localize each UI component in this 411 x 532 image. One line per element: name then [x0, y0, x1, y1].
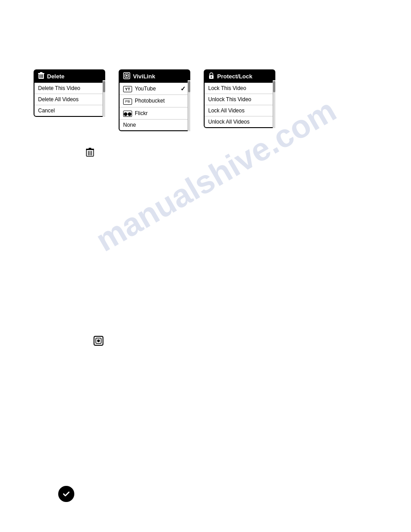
page: manualshive.com De — [0, 0, 411, 532]
delete-menu-scroll-thumb — [103, 81, 105, 92]
none-item[interactable]: None — [120, 120, 189, 130]
flickr-label: Flickr — [135, 110, 148, 116]
cancel-item[interactable]: Cancel — [34, 105, 104, 116]
protect-menu-title: Protect/Lock — [217, 73, 253, 80]
svg-point-8 — [126, 75, 128, 77]
none-label: None — [123, 122, 136, 128]
vivilink-menu: ViviLink YT YouTube ✓ PB — [119, 69, 190, 131]
delete-all-videos-label: Delete All Videos — [38, 96, 79, 103]
youtube-item[interactable]: YT YouTube ✓ — [120, 83, 189, 95]
delete-menu-scrollbar[interactable] — [103, 80, 105, 117]
delete-menu-title: Delete — [47, 73, 64, 80]
delete-menu-header: Delete — [34, 70, 104, 83]
standalone-vivilink-icon — [94, 336, 103, 348]
check-circle — [58, 486, 74, 502]
trash-icon — [38, 72, 44, 81]
delete-this-video-label: Delete This Video — [38, 85, 80, 91]
svg-rect-2 — [40, 72, 43, 73]
delete-menu: Delete Delete This Video Delete All Vide… — [34, 69, 105, 117]
delete-this-video-item[interactable]: Delete This Video — [34, 83, 104, 94]
lock-all-videos-label: Lock All Videos — [208, 107, 244, 114]
cancel-label: Cancel — [38, 107, 55, 114]
menus-container: Delete Delete This Video Delete All Vide… — [34, 69, 275, 131]
protect-menu-scroll-thumb — [273, 81, 275, 92]
vivilink-icon — [123, 72, 130, 81]
unlock-all-videos-item[interactable]: Unlock All Videos — [205, 116, 274, 127]
lock-all-videos-item[interactable]: Lock All Videos — [205, 105, 274, 116]
protect-menu-scrollbar[interactable] — [273, 80, 275, 128]
protect-menu: Protect/Lock Lock This Video Unlock This… — [204, 69, 275, 128]
svg-rect-1 — [38, 73, 44, 74]
protect-menu-header: Protect/Lock — [205, 70, 274, 83]
vivilink-menu-scroll-thumb — [188, 81, 190, 92]
vivilink-menu-wrapper: ViviLink YT YouTube ✓ PB — [119, 69, 190, 131]
flickr-item[interactable]: ⬤⬤ Flickr — [120, 107, 189, 120]
svg-rect-13 — [89, 148, 91, 149]
unlock-this-video-item[interactable]: Unlock This Video — [205, 94, 274, 105]
photobucket-label: Photobucket — [135, 98, 165, 104]
vivilink-menu-title: ViviLink — [133, 73, 155, 80]
photobucket-icon: PB — [123, 97, 132, 105]
delete-menu-wrapper: Delete Delete This Video Delete All Vide… — [34, 69, 105, 117]
unlock-this-video-label: Unlock This Video — [208, 96, 251, 103]
youtube-checkmark: ✓ — [180, 85, 186, 92]
delete-all-videos-item[interactable]: Delete All Videos — [34, 94, 104, 105]
standalone-check-icon — [58, 486, 74, 502]
vivilink-menu-scrollbar[interactable] — [188, 80, 190, 131]
standalone-trash-icon — [86, 148, 94, 159]
svg-point-19 — [97, 339, 100, 342]
flickr-icon: ⬤⬤ — [123, 110, 132, 117]
protect-menu-wrapper: Protect/Lock Lock This Video Unlock This… — [204, 69, 275, 128]
vivilink-menu-header: ViviLink — [120, 70, 189, 83]
lock-icon — [208, 72, 214, 81]
photobucket-item[interactable]: PB Photobucket — [120, 95, 189, 107]
youtube-label: YouTube — [135, 86, 156, 92]
lock-this-video-item[interactable]: Lock This Video — [205, 83, 274, 94]
youtube-icon: YT — [123, 85, 132, 92]
unlock-all-videos-label: Unlock All Videos — [208, 119, 250, 125]
lock-this-video-label: Lock This Video — [208, 85, 246, 91]
svg-point-10 — [211, 77, 212, 78]
